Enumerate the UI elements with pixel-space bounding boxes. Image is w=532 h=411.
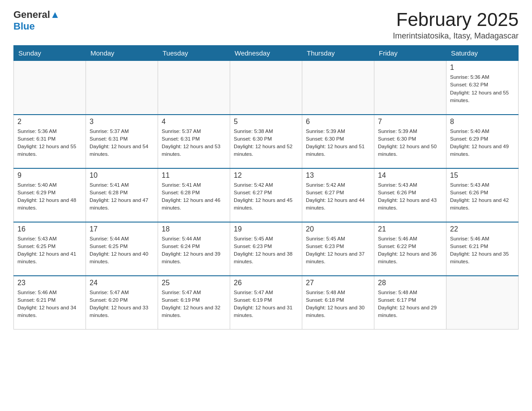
day-number: 1 bbox=[450, 64, 515, 72]
calendar-cell: 3Sunrise: 5:37 AMSunset: 6:31 PMDaylight… bbox=[86, 115, 158, 168]
logo-arrow-icon: ▲ bbox=[50, 9, 60, 21]
calendar-cell: 7Sunrise: 5:39 AMSunset: 6:30 PMDaylight… bbox=[374, 115, 446, 168]
day-info: Sunrise: 5:41 AMSunset: 6:28 PMDaylight:… bbox=[90, 181, 154, 212]
day-number: 13 bbox=[306, 171, 370, 180]
day-info: Sunrise: 5:48 AMSunset: 6:18 PMDaylight:… bbox=[306, 289, 370, 320]
day-info: Sunrise: 5:44 AMSunset: 6:24 PMDaylight:… bbox=[162, 235, 226, 266]
day-number: 6 bbox=[306, 118, 370, 126]
day-number: 19 bbox=[234, 225, 298, 233]
calendar-cell: 11Sunrise: 5:41 AMSunset: 6:28 PMDayligh… bbox=[158, 168, 230, 222]
day-info: Sunrise: 5:45 AMSunset: 6:23 PMDaylight:… bbox=[234, 235, 298, 266]
day-number: 17 bbox=[90, 225, 154, 233]
day-number: 20 bbox=[306, 225, 370, 233]
calendar-cell: 1Sunrise: 5:36 AMSunset: 6:32 PMDaylight… bbox=[446, 61, 519, 115]
calendar-table: SundayMondayTuesdayWednesdayThursdayFrid… bbox=[13, 45, 519, 330]
title-area: February 2025 Imerintsiatosika, Itasy, M… bbox=[393, 9, 519, 41]
calendar-header-monday: Monday bbox=[86, 46, 158, 61]
calendar-cell: 9Sunrise: 5:40 AMSunset: 6:29 PMDaylight… bbox=[14, 168, 86, 222]
calendar-cell: 28Sunrise: 5:48 AMSunset: 6:17 PMDayligh… bbox=[374, 276, 446, 330]
day-number: 23 bbox=[17, 279, 82, 287]
day-number: 16 bbox=[17, 225, 82, 233]
calendar-cell: 19Sunrise: 5:45 AMSunset: 6:23 PMDayligh… bbox=[230, 222, 302, 276]
logo-general-text: General bbox=[13, 9, 50, 21]
day-number: 25 bbox=[162, 279, 226, 287]
calendar-cell: 5Sunrise: 5:38 AMSunset: 6:30 PMDaylight… bbox=[230, 115, 302, 168]
day-number: 24 bbox=[90, 279, 154, 287]
calendar-cell: 2Sunrise: 5:36 AMSunset: 6:31 PMDaylight… bbox=[14, 115, 86, 168]
day-number: 14 bbox=[378, 171, 442, 180]
calendar-cell: 22Sunrise: 5:46 AMSunset: 6:21 PMDayligh… bbox=[446, 222, 519, 276]
day-info: Sunrise: 5:40 AMSunset: 6:29 PMDaylight:… bbox=[17, 181, 82, 212]
calendar-cell: 26Sunrise: 5:47 AMSunset: 6:19 PMDayligh… bbox=[230, 276, 302, 330]
day-info: Sunrise: 5:46 AMSunset: 6:21 PMDaylight:… bbox=[17, 289, 82, 320]
calendar-header-wednesday: Wednesday bbox=[230, 46, 302, 61]
calendar-header-friday: Friday bbox=[374, 46, 446, 61]
day-number: 15 bbox=[450, 171, 515, 180]
calendar-week-5: 23Sunrise: 5:46 AMSunset: 6:21 PMDayligh… bbox=[14, 276, 519, 330]
calendar-cell: 13Sunrise: 5:42 AMSunset: 6:27 PMDayligh… bbox=[302, 168, 374, 222]
day-number: 12 bbox=[234, 171, 298, 180]
day-info: Sunrise: 5:44 AMSunset: 6:25 PMDaylight:… bbox=[90, 235, 154, 266]
day-number: 18 bbox=[162, 225, 226, 233]
day-info: Sunrise: 5:37 AMSunset: 6:31 PMDaylight:… bbox=[162, 128, 226, 158]
calendar-cell: 6Sunrise: 5:39 AMSunset: 6:30 PMDaylight… bbox=[302, 115, 374, 168]
calendar-cell bbox=[14, 61, 86, 115]
calendar-week-4: 16Sunrise: 5:43 AMSunset: 6:25 PMDayligh… bbox=[14, 222, 519, 276]
calendar-cell bbox=[374, 61, 446, 115]
day-number: 9 bbox=[17, 171, 82, 180]
calendar-cell bbox=[158, 61, 230, 115]
calendar-cell bbox=[230, 61, 302, 115]
day-info: Sunrise: 5:46 AMSunset: 6:22 PMDaylight:… bbox=[378, 235, 442, 266]
day-number: 21 bbox=[378, 225, 442, 233]
calendar-cell: 18Sunrise: 5:44 AMSunset: 6:24 PMDayligh… bbox=[158, 222, 230, 276]
day-number: 22 bbox=[450, 225, 515, 233]
day-info: Sunrise: 5:43 AMSunset: 6:25 PMDaylight:… bbox=[17, 235, 82, 266]
day-info: Sunrise: 5:36 AMSunset: 6:31 PMDaylight:… bbox=[17, 128, 82, 158]
logo: General ▲ Blue bbox=[13, 9, 60, 32]
day-info: Sunrise: 5:47 AMSunset: 6:19 PMDaylight:… bbox=[162, 289, 226, 320]
calendar-cell: 27Sunrise: 5:48 AMSunset: 6:18 PMDayligh… bbox=[302, 276, 374, 330]
calendar-subtitle: Imerintsiatosika, Itasy, Madagascar bbox=[393, 31, 519, 41]
day-info: Sunrise: 5:46 AMSunset: 6:21 PMDaylight:… bbox=[450, 235, 515, 266]
day-number: 28 bbox=[378, 279, 442, 287]
day-number: 10 bbox=[90, 171, 154, 180]
day-info: Sunrise: 5:43 AMSunset: 6:26 PMDaylight:… bbox=[450, 181, 515, 212]
day-info: Sunrise: 5:42 AMSunset: 6:27 PMDaylight:… bbox=[306, 181, 370, 212]
day-number: 27 bbox=[306, 279, 370, 287]
calendar-header-saturday: Saturday bbox=[446, 46, 519, 61]
calendar-cell: 12Sunrise: 5:42 AMSunset: 6:27 PMDayligh… bbox=[230, 168, 302, 222]
day-info: Sunrise: 5:42 AMSunset: 6:27 PMDaylight:… bbox=[234, 181, 298, 212]
day-number: 4 bbox=[162, 118, 226, 126]
day-info: Sunrise: 5:37 AMSunset: 6:31 PMDaylight:… bbox=[90, 128, 154, 158]
calendar-cell: 10Sunrise: 5:41 AMSunset: 6:28 PMDayligh… bbox=[86, 168, 158, 222]
day-number: 26 bbox=[234, 279, 298, 287]
day-info: Sunrise: 5:39 AMSunset: 6:30 PMDaylight:… bbox=[306, 128, 370, 158]
calendar-cell: 23Sunrise: 5:46 AMSunset: 6:21 PMDayligh… bbox=[14, 276, 86, 330]
day-info: Sunrise: 5:43 AMSunset: 6:26 PMDaylight:… bbox=[378, 181, 442, 212]
day-info: Sunrise: 5:47 AMSunset: 6:19 PMDaylight:… bbox=[234, 289, 298, 320]
day-info: Sunrise: 5:45 AMSunset: 6:23 PMDaylight:… bbox=[306, 235, 370, 266]
calendar-cell: 16Sunrise: 5:43 AMSunset: 6:25 PMDayligh… bbox=[14, 222, 86, 276]
calendar-header-tuesday: Tuesday bbox=[158, 46, 230, 61]
calendar-cell: 14Sunrise: 5:43 AMSunset: 6:26 PMDayligh… bbox=[374, 168, 446, 222]
calendar-week-1: 1Sunrise: 5:36 AMSunset: 6:32 PMDaylight… bbox=[14, 61, 519, 115]
day-info: Sunrise: 5:38 AMSunset: 6:30 PMDaylight:… bbox=[234, 128, 298, 158]
calendar-header-thursday: Thursday bbox=[302, 46, 374, 61]
day-number: 8 bbox=[450, 118, 515, 126]
calendar-cell: 8Sunrise: 5:40 AMSunset: 6:29 PMDaylight… bbox=[446, 115, 519, 168]
day-info: Sunrise: 5:40 AMSunset: 6:29 PMDaylight:… bbox=[450, 128, 515, 158]
day-info: Sunrise: 5:36 AMSunset: 6:32 PMDaylight:… bbox=[450, 73, 515, 104]
day-info: Sunrise: 5:41 AMSunset: 6:28 PMDaylight:… bbox=[162, 181, 226, 212]
day-number: 3 bbox=[90, 118, 154, 126]
day-info: Sunrise: 5:48 AMSunset: 6:17 PMDaylight:… bbox=[378, 289, 442, 320]
day-info: Sunrise: 5:47 AMSunset: 6:20 PMDaylight:… bbox=[90, 289, 154, 320]
calendar-cell: 17Sunrise: 5:44 AMSunset: 6:25 PMDayligh… bbox=[86, 222, 158, 276]
calendar-week-3: 9Sunrise: 5:40 AMSunset: 6:29 PMDaylight… bbox=[14, 168, 519, 222]
calendar-cell bbox=[86, 61, 158, 115]
calendar-cell bbox=[446, 276, 519, 330]
day-info: Sunrise: 5:39 AMSunset: 6:30 PMDaylight:… bbox=[378, 128, 442, 158]
day-number: 11 bbox=[162, 171, 226, 180]
logo-blue-text: Blue bbox=[13, 21, 35, 32]
day-number: 7 bbox=[378, 118, 442, 126]
calendar-header-row: SundayMondayTuesdayWednesdayThursdayFrid… bbox=[14, 46, 519, 61]
